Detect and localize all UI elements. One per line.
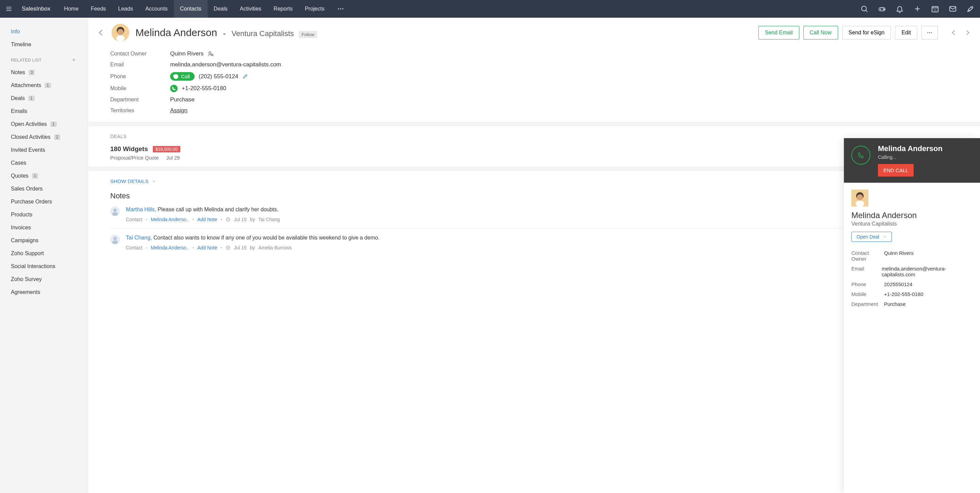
note-related-link[interactable]: Melinda Anderso.. xyxy=(151,217,189,222)
nav-item-activities[interactable]: Activities xyxy=(234,0,267,18)
follow-button[interactable]: Follow xyxy=(299,31,317,38)
deal-name[interactable]: 180 Widgets xyxy=(110,145,148,153)
count-badge: 1 xyxy=(28,95,35,101)
svg-point-12 xyxy=(884,9,885,10)
back-icon[interactable] xyxy=(97,28,105,37)
edit-phone-icon[interactable] xyxy=(242,74,248,79)
nav-item-reports[interactable]: Reports xyxy=(267,0,299,18)
call-pill-button[interactable]: Call xyxy=(170,72,195,81)
call-status: Calling... xyxy=(878,154,943,160)
note-author[interactable]: Martha Hills, xyxy=(126,207,158,212)
sidebar-item-quotes[interactable]: Quotes1 xyxy=(11,169,76,182)
nav-item-leads[interactable]: Leads xyxy=(112,0,139,18)
sidebar-item-closed-activities[interactable]: Closed Activities2 xyxy=(11,130,76,143)
end-call-button[interactable]: END CALL xyxy=(878,164,914,177)
sidebar-item-open-activities[interactable]: Open Activities1 xyxy=(11,118,76,130)
prev-record-icon[interactable] xyxy=(950,29,958,37)
calendar-icon[interactable]: 31 xyxy=(931,5,939,13)
count-badge: 3 xyxy=(29,70,35,75)
note-type: Contact xyxy=(126,245,142,250)
note-related-link[interactable]: Melinda Anderso.. xyxy=(151,245,189,250)
count-badge: 1 xyxy=(45,83,51,88)
add-related-icon[interactable] xyxy=(71,57,76,63)
sidebar-item-campaigns[interactable]: Campaigns xyxy=(11,234,76,247)
sidebar-item-info[interactable]: Info xyxy=(11,25,76,38)
phone-value: (202) 555-0124 xyxy=(199,73,238,80)
gamepad-icon[interactable] xyxy=(878,5,886,13)
send-email-button[interactable]: Send Email xyxy=(759,26,799,40)
sidebar-item-cases[interactable]: Cases xyxy=(11,156,76,169)
count-badge: 1 xyxy=(50,121,57,127)
sidebar-item-invited-events[interactable]: Invited Events xyxy=(11,143,76,156)
cp-phone-label: Phone xyxy=(851,281,884,287)
deal-date: Jul 29 xyxy=(166,155,180,161)
sidebar-item-deals[interactable]: Deals1 xyxy=(11,92,76,105)
add-note-link[interactable]: Add Note xyxy=(197,217,217,222)
clock-icon xyxy=(226,217,231,222)
sidebar-item-emails[interactable]: Emails xyxy=(11,105,76,118)
nav-item-contacts[interactable]: Contacts xyxy=(174,0,208,18)
sidebar-item-agreements[interactable]: Agreements xyxy=(11,286,76,299)
cp-mobile-value: +1-202-555-0180 xyxy=(884,291,924,297)
sidebar-item-products[interactable]: Products xyxy=(11,208,76,221)
note-author[interactable]: Tai Chang, xyxy=(126,235,153,240)
email-value[interactable]: melinda.anderson@ventura-capitalists.com xyxy=(170,61,281,68)
mail-icon[interactable] xyxy=(949,5,957,13)
svg-rect-42 xyxy=(856,201,864,207)
nav-item-home[interactable]: Home xyxy=(58,0,85,18)
note-avatar xyxy=(110,207,120,216)
menu-icon[interactable] xyxy=(5,5,12,12)
contact-fields: Contact Owner Quinn Rivers Email melinda… xyxy=(88,48,980,116)
owner-label: Contact Owner xyxy=(110,51,170,57)
svg-point-27 xyxy=(931,32,932,33)
sidebar-item-attachments[interactable]: Attachments1 xyxy=(11,79,76,92)
sidebar-item-social-interactions[interactable]: Social Interactions xyxy=(11,260,76,273)
related-list-label: RELATED LIST xyxy=(11,57,41,63)
contact-avatar xyxy=(111,24,129,41)
cp-email-label: Email xyxy=(851,266,882,277)
call-panel-company: Ventura Capitalists xyxy=(851,221,972,227)
assign-territory-link[interactable]: Assign xyxy=(170,107,188,114)
svg-rect-24 xyxy=(116,35,124,41)
svg-point-28 xyxy=(209,52,211,54)
edit-button[interactable]: Edit xyxy=(895,26,917,40)
open-deal-button[interactable]: Open Deal xyxy=(851,232,892,242)
content: Melinda Anderson - Ventura Capitalists F… xyxy=(88,18,980,493)
owner-lookup-icon[interactable] xyxy=(208,51,214,57)
search-icon[interactable] xyxy=(860,5,869,13)
count-badge: 1 xyxy=(32,173,38,179)
bell-icon[interactable] xyxy=(896,5,904,13)
sidebar-item-notes[interactable]: Notes3 xyxy=(11,66,76,79)
plus-icon[interactable] xyxy=(913,5,921,13)
note-date: Jul 15 xyxy=(234,217,247,222)
note-text: Contact also wants to know if any one of… xyxy=(153,235,379,240)
whatsapp-icon[interactable] xyxy=(170,85,178,92)
call-now-button[interactable]: Call Now xyxy=(803,26,838,40)
more-actions-button[interactable] xyxy=(921,26,938,40)
topbar-right-icons: 31 xyxy=(860,5,975,13)
call-pill-label: Call xyxy=(181,73,190,79)
sidebar-item-zoho-survey[interactable]: Zoho Survey xyxy=(11,273,76,286)
note-avatar xyxy=(110,235,120,244)
sidebar-item-zoho-support[interactable]: Zoho Support xyxy=(11,247,76,260)
notes-title: Notes xyxy=(110,192,130,200)
note-who: Tai Chang xyxy=(258,217,280,222)
note-date: Jul 15 xyxy=(234,245,247,250)
sidebar-item-invoices[interactable]: Invoices xyxy=(11,221,76,234)
nav-item-accounts[interactable]: Accounts xyxy=(139,0,174,18)
sidebar-item-purchase-orders[interactable]: Purchase Orders xyxy=(11,195,76,208)
nav-more-icon[interactable] xyxy=(331,5,350,13)
next-record-icon[interactable] xyxy=(964,29,971,37)
contact-company: Ventura Capitalists xyxy=(231,29,294,38)
svg-point-29 xyxy=(212,54,213,56)
brand[interactable]: SalesInbox xyxy=(22,5,50,12)
nav-item-deals[interactable]: Deals xyxy=(208,0,234,18)
add-note-link[interactable]: Add Note xyxy=(197,245,217,250)
svg-point-6 xyxy=(862,6,866,11)
sidebar-item-timeline[interactable]: Timeline xyxy=(11,38,76,51)
nav-item-projects[interactable]: Projects xyxy=(299,0,331,18)
tools-icon[interactable] xyxy=(966,5,975,13)
nav-item-feeds[interactable]: Feeds xyxy=(85,0,112,18)
sidebar-item-sales-orders[interactable]: Sales Orders xyxy=(11,182,76,195)
send-esign-button[interactable]: Send for eSign xyxy=(842,26,891,40)
